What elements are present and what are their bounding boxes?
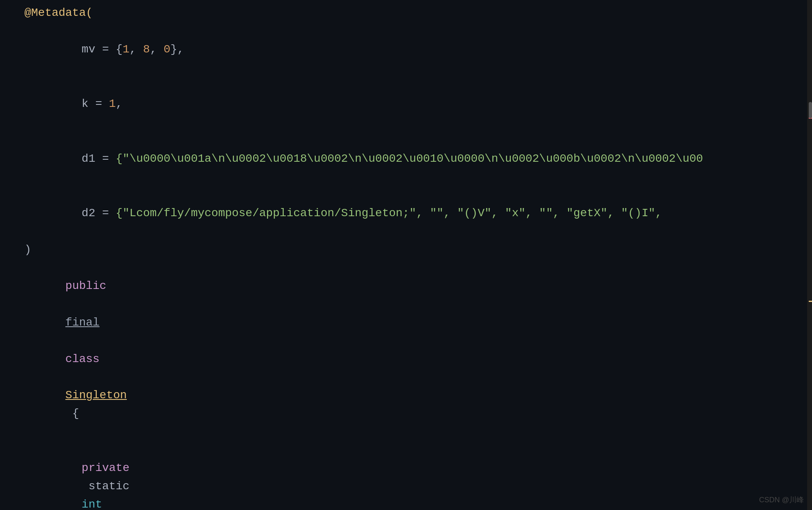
scrollbar-thumb[interactable] bbox=[809, 102, 812, 118]
code-text: mv = {1, 8, 0}, bbox=[41, 22, 184, 77]
code-text: public final class Singleton { bbox=[24, 259, 127, 441]
scrollbar-mark-warning bbox=[809, 301, 812, 302]
watermark: CSDN @川峰 bbox=[759, 494, 804, 506]
code-line-4: d1 = {"\u0000\u001a\n\u0002\u0018\u0002\… bbox=[0, 132, 812, 186]
code-line-2: mv = {1, 8, 0}, bbox=[0, 22, 812, 77]
code-line-5: d2 = {"Lcom/fly/mycompose/application/Si… bbox=[0, 186, 812, 241]
code-text: d2 = {"Lcom/fly/mycompose/application/Si… bbox=[41, 186, 662, 241]
code-line-3: k = 1, bbox=[0, 77, 812, 131]
code-text: private static int x; bbox=[41, 441, 136, 510]
code-text: d1 = {"\u0000\u001a\n\u0002\u0018\u0002\… bbox=[41, 132, 703, 186]
scrollbar[interactable] bbox=[807, 0, 812, 510]
code-editor: @Metadata( mv = {1, 8, 0}, k = 1, d1 = {… bbox=[0, 0, 812, 510]
code-text: @Metadata( bbox=[24, 4, 93, 22]
code-line-8: private static int x; bbox=[0, 441, 812, 510]
code-line-6: ) bbox=[0, 241, 812, 259]
code-line-1: @Metadata( bbox=[0, 4, 812, 22]
code-text: ) bbox=[24, 241, 31, 259]
code-text: k = 1, bbox=[41, 77, 123, 131]
code-line-7: public final class Singleton { bbox=[0, 259, 812, 441]
